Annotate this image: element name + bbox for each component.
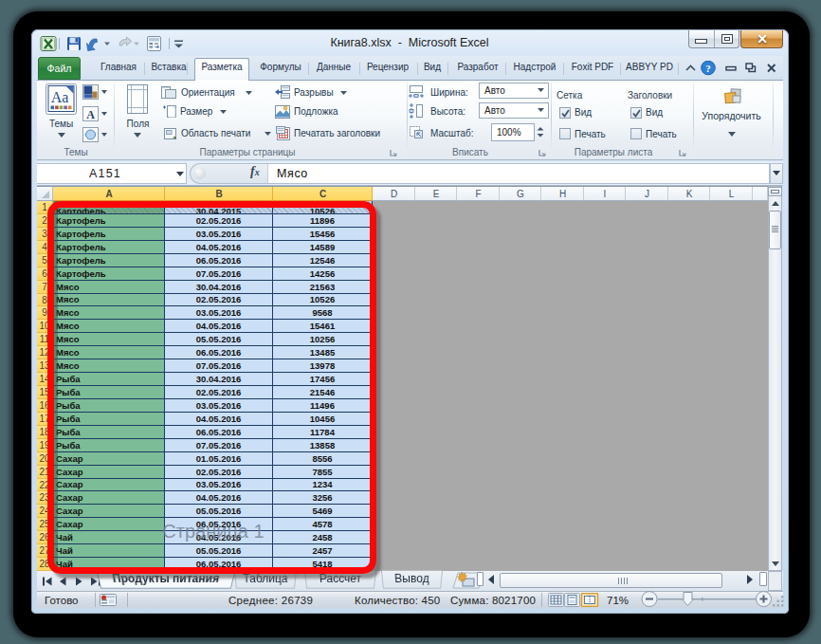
svg-text:Aa: Aa [51, 89, 69, 105]
svg-text:?: ? [705, 63, 711, 74]
svg-text:А: А [86, 108, 95, 121]
